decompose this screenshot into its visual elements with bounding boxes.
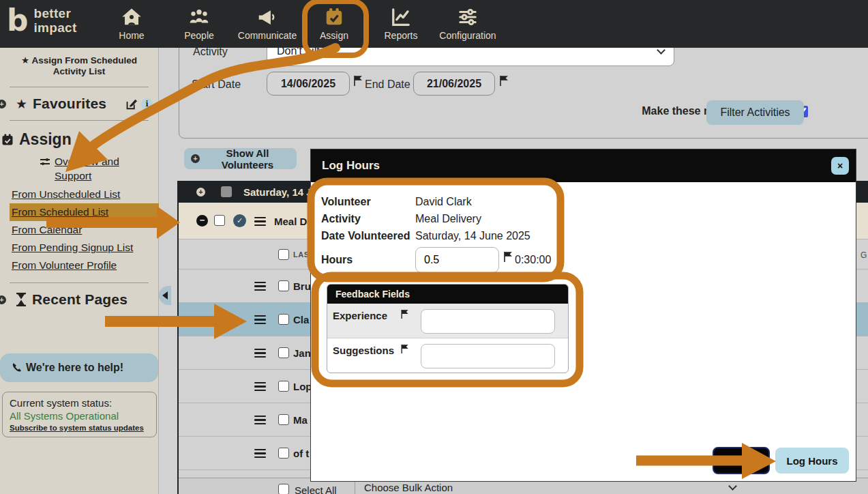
nav-item-assign[interactable]: Assign [297, 5, 372, 41]
annotation-arrowhead [157, 206, 180, 239]
reports-chart-icon [363, 5, 438, 29]
nav-item-configuration[interactable]: Configuration [430, 5, 505, 41]
add-recent-icon[interactable]: + [0, 295, 6, 304]
nav-label: Assign [297, 30, 372, 41]
recent-pages-header: + Recent Pages [0, 287, 158, 312]
logo-text-line1: better [34, 6, 77, 20]
assign-calendar-icon [297, 5, 372, 29]
home-icon [94, 5, 169, 29]
volunteer-checkbox[interactable] [278, 280, 289, 291]
nav-item-home[interactable]: Home [94, 5, 169, 41]
column-select-checkbox[interactable] [278, 249, 289, 260]
drag-handle-icon[interactable] [254, 217, 266, 228]
better-impact-logo-icon: b [7, 5, 29, 35]
system-status-box: Current system status: All Systems Opera… [2, 392, 157, 437]
start-date-label: Start Date [192, 78, 241, 91]
experience-input[interactable] [421, 309, 555, 334]
nav-item-communicate[interactable]: Communicate [230, 5, 305, 41]
status-subscribe-link[interactable]: Subscribe to system status updates [10, 424, 149, 432]
volunteer-checkbox[interactable] [278, 314, 289, 325]
suggestions-label: Suggestions [333, 345, 394, 356]
configuration-sliders-icon [430, 5, 505, 29]
recent-pages-title: Recent Pages [32, 291, 128, 308]
nav-label: Home [94, 30, 169, 41]
volunteer-value: David Clark [415, 196, 472, 208]
add-favourite-icon[interactable]: + [0, 100, 6, 108]
drag-handle-icon[interactable] [254, 349, 266, 360]
activity-checkbox[interactable] [214, 215, 225, 226]
show-all-volunteers-button[interactable]: + Show All Volunteers [184, 148, 297, 169]
hours-input[interactable] [415, 247, 499, 273]
volunteer-checkbox[interactable] [278, 414, 289, 425]
end-date-label: End Date [365, 78, 410, 91]
phone-icon [11, 362, 23, 374]
volunteer-checkbox[interactable] [278, 381, 289, 392]
log-hours-button[interactable]: Log Hours [775, 448, 849, 474]
start-date-input[interactable] [267, 72, 350, 96]
volunteer-label: Volunteer [321, 196, 371, 208]
info-icon[interactable]: i [141, 98, 153, 110]
nav-item-reports[interactable]: Reports [363, 5, 438, 41]
suggestions-input[interactable] [421, 344, 555, 368]
drag-handle-icon[interactable] [254, 382, 266, 393]
sidebar-collapse-button[interactable] [159, 286, 171, 305]
filter-activities-button[interactable]: Filter Activities [706, 100, 804, 125]
drag-handle-icon[interactable] [254, 315, 266, 326]
sidebar-link-overview-support[interactable]: Overview and Support [0, 151, 143, 186]
assign-section-title: Assign [19, 130, 72, 149]
volunteer-row-label: Bru [293, 280, 311, 292]
flag-icon [401, 345, 408, 353]
log-hours-modal: Log Hours × Volunteer David Clark Activi… [310, 149, 856, 482]
assigned-check-icon: ✓ [233, 214, 246, 227]
close-icon[interactable]: × [831, 157, 849, 175]
drag-handle-icon[interactable] [254, 282, 266, 293]
sidebar-link-from-scheduled-list[interactable]: From Scheduled List [10, 203, 159, 221]
flag-icon [354, 76, 362, 86]
expand-group-icon[interactable]: + [196, 188, 205, 197]
hours-formatted-value: 0:30:00 [515, 254, 551, 266]
drag-handle-icon[interactable] [254, 416, 266, 426]
cancel-button[interactable]: Cancel [713, 447, 770, 474]
activity-label: Activity [321, 213, 361, 225]
activity-value: Meal Delivery [415, 213, 481, 225]
sidebar-link-from-volunteer-profile[interactable]: From Volunteer Profile [0, 257, 158, 274]
sidebar: ★ Assign From Scheduled Activity List + … [0, 48, 159, 494]
hourglass-icon [16, 293, 27, 306]
sidebar-link-from-calendar[interactable]: From Calendar [0, 221, 158, 239]
sidebar-link-from-pending-signup-list[interactable]: From Pending Signup List [0, 239, 158, 257]
nav-label: Configuration [430, 30, 505, 41]
overview-icon [40, 157, 50, 166]
assign-section-header: Assign [0, 125, 158, 151]
date-volunteered-label: Date Volunteered [321, 230, 410, 242]
volunteer-row-label: of t [293, 448, 309, 459]
drag-handle-icon[interactable] [254, 449, 266, 460]
favourites-title: Favourites [33, 96, 106, 112]
select-all-checkbox[interactable] [278, 484, 289, 494]
feedback-fields-box: Feedback Fields Experience Suggestions [327, 284, 569, 373]
chevron-down-icon [728, 482, 737, 491]
feedback-fields-title: Feedback Fields [327, 285, 568, 304]
bulk-action-value: Choose Bulk Action [364, 482, 453, 493]
status-label: Current system status: [10, 397, 149, 409]
plus-icon: + [191, 154, 200, 163]
edit-pencil-icon[interactable] [125, 98, 137, 110]
bulk-action-select[interactable]: Choose Bulk Action [364, 482, 736, 493]
volunteer-checkbox[interactable] [278, 448, 289, 459]
modal-header: Log Hours × [311, 149, 856, 182]
volunteer-checkbox[interactable] [278, 347, 289, 358]
collapse-arrow-icon [162, 291, 168, 300]
help-button[interactable]: We're here to help! [0, 353, 158, 382]
flag-icon [504, 252, 512, 262]
sidebar-link-from-unscheduled-list[interactable]: From Unscheduled List [0, 186, 158, 203]
star-icon: ★ [16, 96, 27, 111]
top-navbar: b better impact Home People Communicate … [0, 0, 868, 48]
help-button-label: We're here to help! [26, 362, 123, 374]
collapse-activity-icon[interactable]: − [196, 215, 208, 227]
feedback-row-experience: Experience [327, 304, 568, 338]
nav-label: People [162, 30, 237, 41]
end-date-input[interactable] [413, 72, 495, 96]
app-logo[interactable]: b better impact [7, 5, 77, 35]
date-volunteered-value: Saturday, 14 June 2025 [415, 230, 530, 242]
group-checkbox[interactable] [221, 186, 232, 197]
nav-item-people[interactable]: People [162, 5, 237, 41]
